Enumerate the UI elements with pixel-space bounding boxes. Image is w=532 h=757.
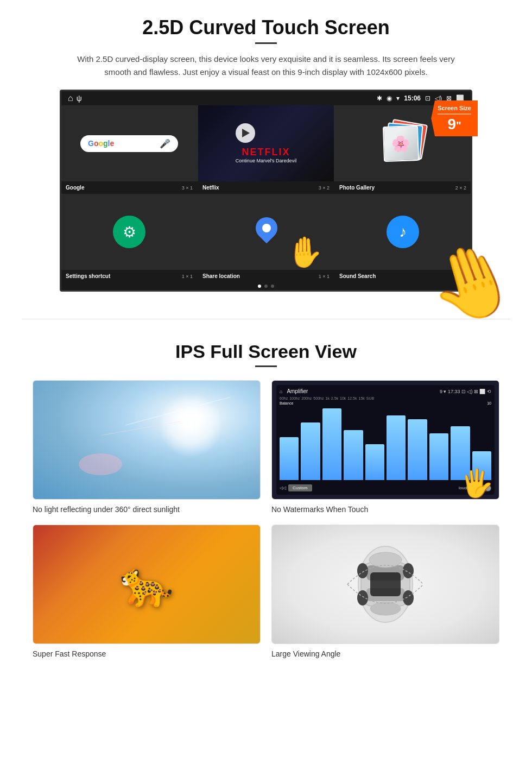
status-time: 15:06 <box>404 94 421 102</box>
car-caption: Large Viewing Angle <box>271 649 499 658</box>
maps-pin-icon <box>251 212 282 243</box>
maps-pin-wrapper <box>251 217 281 247</box>
amp-bar-5 <box>365 444 384 480</box>
wifi-icon: ▾ <box>396 94 400 102</box>
device-mockup: Screen Size 9" ⌂ ψ ✱ ◉ ▾ 15:06 ⊡ ◁) ⊠ ⬜ <box>60 90 472 292</box>
share-label: Share location 1 × 1 <box>198 272 334 280</box>
pink-flare <box>79 453 122 475</box>
badge-label: Screen Size <box>438 105 471 111</box>
svg-point-6 <box>357 563 368 578</box>
location-icon: ◉ <box>387 94 392 102</box>
play-button[interactable] <box>236 123 255 143</box>
app-labels-row1: Google 3 × 1 Netflix 3 × 2 Photo Gallery… <box>61 181 471 194</box>
sound-search-cell[interactable]: ♪ <box>335 194 471 270</box>
google-search-bar[interactable]: Google 🎤 <box>80 135 178 152</box>
share-location-cell[interactable]: 🤚 <box>198 194 334 270</box>
amplifier-caption: No Watermarks When Touch <box>271 505 499 514</box>
google-label: Google 3 × 1 <box>61 184 197 192</box>
amp-controls: Balance 10 <box>280 401 491 405</box>
svg-point-7 <box>403 563 414 578</box>
amp-bar-6 <box>387 415 406 480</box>
dot-2 <box>264 285 268 288</box>
hand-pointing-icon: 🤚 <box>286 235 323 270</box>
cheetah-caption: Super Fast Response <box>33 649 261 658</box>
home-icon: ⌂ <box>68 93 73 103</box>
camera-icon: ⊡ <box>425 94 430 102</box>
section-curved-touch: 2.5D Curved Touch Screen With 2.5D curve… <box>0 0 532 302</box>
hand-touch-icon: 🖐 <box>460 468 493 499</box>
badge-number: 9" <box>438 117 471 132</box>
svg-rect-10 <box>370 572 401 596</box>
svg-point-9 <box>403 590 414 605</box>
amp-bar-1 <box>280 437 299 480</box>
main-title: 2.5D Curved Touch Screen <box>33 16 499 39</box>
section2-title: IPS Full Screen View <box>33 341 499 362</box>
app-grid-top: Google 🎤 NETFLIX <box>61 105 471 181</box>
music-note-icon: ♪ <box>399 223 407 241</box>
amp-bar-7 <box>408 419 427 480</box>
amp-bar-4 <box>344 430 363 480</box>
subtitle-text: With 2.5D curved-display screen, this de… <box>76 53 456 79</box>
svg-point-8 <box>357 590 368 605</box>
amplifier-image: ⌂ Amplifier 9 ▾ 17:33 ⊡ ◁) ⊠ ⬜ ⟲ 60hz100… <box>271 380 499 500</box>
google-logo: Google <box>88 139 114 148</box>
maps-container: 🤚 <box>198 194 334 270</box>
dot-1 <box>258 285 261 288</box>
feature-cheetah: 🐆 Super Fast Response <box>33 525 261 658</box>
car-image <box>271 525 499 644</box>
amp-status: 9 ▾ 17:33 ⊡ ◁) ⊠ ⬜ ⟲ <box>440 389 491 394</box>
usb-icon: ψ <box>77 94 82 103</box>
amp-title: Amplifier <box>287 388 308 394</box>
sunlight-visual <box>33 381 260 499</box>
settings-label: Settings shortcut 1 × 1 <box>61 272 197 280</box>
section-ips-fullscreen: IPS Full Screen View No light reflecting… <box>0 336 532 669</box>
netflix-label: Netflix 3 × 2 <box>198 184 334 192</box>
app-grid-bottom: ⚙ 🤚 <box>61 194 471 270</box>
netflix-subtitle: Continue Marvel's Daredevil <box>236 158 296 163</box>
netflix-logo-text: NETFLIX <box>236 147 296 157</box>
status-bar: ⌂ ψ ✱ ◉ ▾ 15:06 ⊡ ◁) ⊠ ⬜ <box>61 91 471 105</box>
google-app-cell[interactable]: Google 🎤 <box>61 105 197 181</box>
flower-emoji: 🌸 <box>391 134 410 153</box>
feature-car: Large Viewing Angle <box>271 525 499 658</box>
amp-custom-btn: Custom <box>288 484 312 491</box>
amp-freq-labels: 60hz100hz200hz500hz1k2.5k10k12.5k15kSUB <box>280 396 491 400</box>
bluetooth-icon: ✱ <box>377 94 382 102</box>
cheetah-image: 🐆 <box>33 525 261 644</box>
amp-header: ⌂ Amplifier 9 ▾ 17:33 ⊡ ◁) ⊠ ⬜ ⟲ <box>280 388 491 394</box>
amp-bar-2 <box>301 422 320 480</box>
settings-app-cell[interactable]: ⚙ <box>61 194 197 270</box>
feature-sunlight: No light reflecting under 360° direct su… <box>33 380 261 514</box>
netflix-bg: NETFLIX Continue Marvel's Daredevil <box>198 105 334 181</box>
svg-point-5 <box>370 602 401 615</box>
mic-icon: 🎤 <box>160 138 170 149</box>
cheetah-emoji: 🐆 <box>119 559 174 610</box>
screen-size-badge: Screen Size 9" <box>431 100 478 136</box>
amplifier-visual: ⌂ Amplifier 9 ▾ 17:33 ⊡ ◁) ⊠ ⬜ ⟲ 60hz100… <box>272 381 499 499</box>
play-icon <box>242 129 250 137</box>
cheetah-visual: 🐆 <box>33 525 260 644</box>
section2-underline <box>255 365 277 367</box>
title-underline <box>255 42 277 44</box>
app-labels-row2: Settings shortcut 1 × 1 Share location 1… <box>61 270 471 282</box>
device-screen: ⌂ ψ ✱ ◉ ▾ 15:06 ⊡ ◁) ⊠ ⬜ <box>60 90 472 292</box>
amp-back-icon: ◁◁ <box>280 485 286 490</box>
photo-stack: 🌸 <box>381 122 425 165</box>
page-dots <box>61 282 471 290</box>
amp-bar-3 <box>322 408 341 480</box>
maps-pin-inner <box>262 224 271 232</box>
gear-icon: ⚙ <box>123 223 136 241</box>
sunlight-caption: No light reflecting under 360° direct su… <box>33 505 261 514</box>
dot-3 <box>271 285 274 288</box>
photo-gallery-label: Photo Gallery 2 × 2 <box>335 184 471 192</box>
sunlight-image <box>33 380 261 500</box>
section-divider <box>22 319 510 319</box>
feature-amplifier: ⌂ Amplifier 9 ▾ 17:33 ⊡ ◁) ⊠ ⬜ ⟲ 60hz100… <box>271 380 499 514</box>
sound-label: Sound Search 1 × 1 <box>335 272 471 280</box>
amp-bar-8 <box>429 433 448 480</box>
car-top-view-svg <box>342 541 429 628</box>
music-icon-bg: ♪ <box>387 216 419 248</box>
netflix-app-cell[interactable]: NETFLIX Continue Marvel's Daredevil <box>198 105 334 181</box>
settings-icon-bg: ⚙ <box>113 216 145 248</box>
amp-home-icon: ⌂ <box>280 389 282 394</box>
